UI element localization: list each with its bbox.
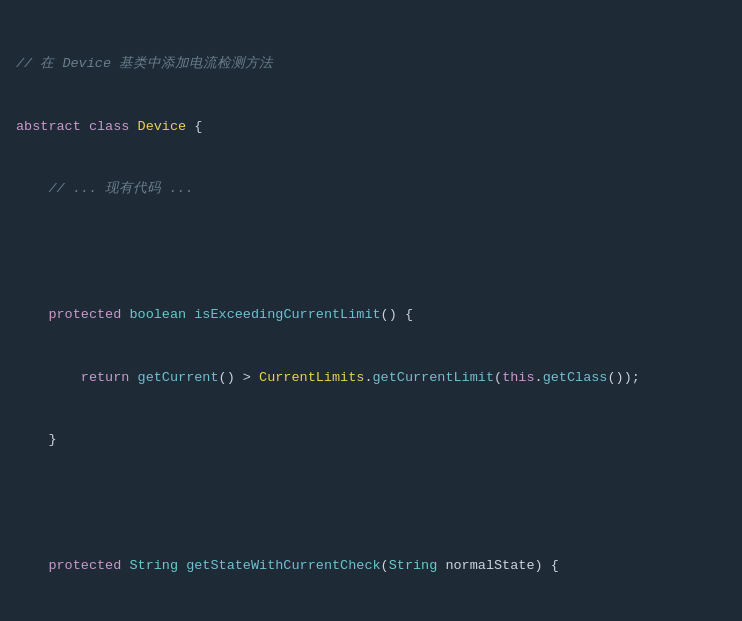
keyword-protected-1: protected xyxy=(48,307,121,322)
comment-zh-1: // 在 Device 基类中添加电流检测方法 xyxy=(16,56,273,71)
keyword-this: this xyxy=(502,370,534,385)
type-string-1: String xyxy=(129,558,178,573)
keyword-protected-2: protected xyxy=(48,558,121,573)
code-editor: // 在 Device 基类中添加电流检测方法 abstract class D… xyxy=(0,8,742,621)
code-line-2: // ... 现有代码 ... xyxy=(16,179,726,200)
method-getCurrent-1: getCurrent xyxy=(138,370,219,385)
code-line-1: abstract class Device { xyxy=(16,117,726,138)
type-string-param: String xyxy=(389,558,438,573)
method-getStateWithCurrentCheck: getStateWithCurrentCheck xyxy=(186,558,380,573)
code-line-5: return getCurrent() > CurrentLimits.getC… xyxy=(16,368,726,389)
method-getCurrentLimit: getCurrentLimit xyxy=(373,370,495,385)
code-line-comment1: // 在 Device 基类中添加电流检测方法 xyxy=(16,54,726,75)
keyword-return-1: return xyxy=(81,370,130,385)
method-getClass: getClass xyxy=(543,370,608,385)
comment-existing: // ... 现有代码 ... xyxy=(48,181,193,196)
code-line-6: } xyxy=(16,430,726,451)
code-line-blank2 xyxy=(16,493,726,514)
keyword-class: class xyxy=(89,119,130,134)
class-currentlimits: CurrentLimits xyxy=(259,370,364,385)
keyword-abstract: abstract xyxy=(16,119,81,134)
code-line-8: protected String getStateWithCurrentChec… xyxy=(16,556,726,577)
class-device: Device xyxy=(138,119,187,134)
code-line-blank1 xyxy=(16,242,726,263)
code-line-4: protected boolean isExceedingCurrentLimi… xyxy=(16,305,726,326)
type-boolean: boolean xyxy=(129,307,186,322)
method-isExceeding: isExceedingCurrentLimit xyxy=(194,307,380,322)
